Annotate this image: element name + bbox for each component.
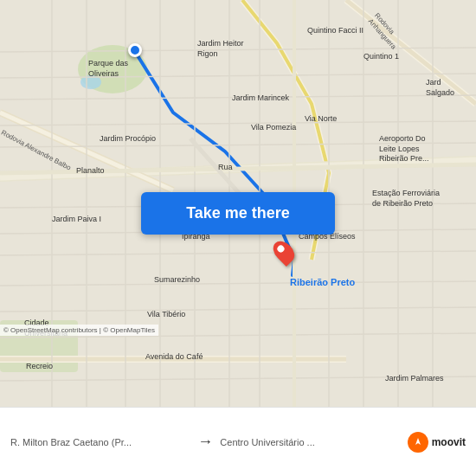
moovit-logo: moovit [408,432,466,453]
moovit-logo-icon [408,432,428,453]
take-me-there-button[interactable]: Take me there [141,192,335,235]
route-to: Centro Universitário ... [220,437,400,447]
origin-marker [128,43,142,57]
map-container: Parque dasOliveiras Jardim HeitorRigon Q… [0,0,476,407]
moovit-logo-text: moovit [432,436,466,448]
map-attribution: © OpenStreetMap contributors | © OpenMap… [0,325,158,336]
app: Parque dasOliveiras Jardim HeitorRigon Q… [0,0,476,476]
bottom-bar: R. Milton Braz Caetano (Pr... → Centro U… [0,407,476,476]
route-arrow-icon: → [197,433,213,451]
route-from: R. Milton Braz Caetano (Pr... [10,437,190,447]
